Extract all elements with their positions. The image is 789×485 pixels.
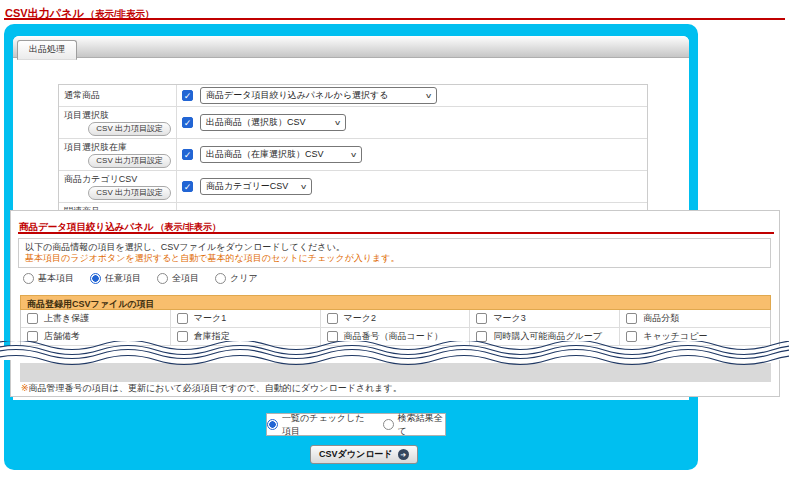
item-cell: マーク3: [470, 310, 620, 328]
item-checkbox[interactable]: [476, 313, 487, 324]
export-row-value-cell: ✓出品商品（在庫選択肢）CSV∨: [177, 139, 647, 170]
export-row-label-cell: 項目選択肢CSV 出力項目設定: [59, 107, 177, 138]
csv-output-settings-button[interactable]: CSV 出力項目設定: [88, 122, 171, 136]
export-row-select[interactable]: 出品商品（在庫選択肢）CSV∨: [200, 146, 362, 163]
item-filter-panel: 商品データ項目絞り込みパネル（表示/非表示） 以下の商品情報の項目を選択し、CS…: [10, 210, 780, 397]
item-checkbox[interactable]: [27, 331, 38, 342]
export-row: 項目選択肢CSV 出力項目設定✓出品商品（選択肢）CSV∨: [59, 107, 647, 139]
item-checkbox[interactable]: [327, 331, 338, 342]
csv-download-button[interactable]: CSVダウンロード ➔: [310, 445, 418, 464]
export-row-checkbox[interactable]: ✓: [182, 181, 193, 192]
export-row-checkbox[interactable]: ✓: [182, 149, 193, 160]
item-label: マーク1: [194, 312, 226, 325]
item-cell: 同時購入可能商品グループ: [470, 328, 620, 346]
csv-download-label: CSVダウンロード: [319, 448, 393, 461]
export-row-select[interactable]: 商品カテゴリーCSV∨: [200, 178, 312, 195]
filter-panel-toggle-link[interactable]: （表示/非表示）: [156, 222, 222, 232]
instruction-line2: 基本項目のラジオボタンを選択すると自動で基本的な項目のセットにチェックが入ります…: [25, 253, 764, 264]
preset-radio-label: 基本項目: [38, 272, 74, 285]
note-text: 商品管理番号の項目は、更新において必須項目ですので、自動的にダウンロードされます…: [29, 383, 402, 393]
export-row-checkbox[interactable]: ✓: [182, 90, 193, 101]
item-label: キャッチコピー: [643, 330, 707, 343]
page-title: CSV出力パネル: [5, 7, 83, 19]
export-row-label: 項目選択肢在庫: [64, 141, 171, 154]
export-row-select[interactable]: 商品データ項目絞り込みパネルから選択する∨: [200, 87, 437, 104]
scope-radio-label: 一覧のチェックした項目: [282, 412, 371, 438]
export-row: 商品カテゴリCSVCSV 出力項目設定✓商品カテゴリーCSV∨: [59, 171, 647, 203]
item-cell: マーク1: [171, 310, 321, 328]
item-label: マーク3: [493, 312, 525, 325]
item-checkbox[interactable]: [177, 313, 188, 324]
preset-radio-label: クリア: [230, 272, 258, 285]
preset-radio[interactable]: 基本項目: [23, 272, 74, 285]
page-header: CSV出力パネル（表示/非表示）: [0, 0, 789, 15]
instruction-box: 以下の商品情報の項目を選択し、CSVファイルをダウンロードしてください。 基本項…: [18, 238, 771, 268]
radio-icon: [215, 273, 226, 284]
item-cell: 商品分類: [620, 310, 770, 328]
chevron-down-icon: ∨: [350, 151, 358, 159]
export-row-label-cell: 通常商品: [59, 85, 177, 106]
preset-radio-group: 基本項目任意項目全項目クリア: [23, 272, 258, 285]
preset-radio[interactable]: 任意項目: [90, 272, 141, 285]
filter-panel-divider: [18, 232, 774, 234]
item-checkbox[interactable]: [327, 313, 338, 324]
truncated-content-bar: [20, 363, 771, 382]
item-checkbox[interactable]: [27, 313, 38, 324]
preset-radio[interactable]: 全項目: [157, 272, 199, 285]
csv-output-settings-button[interactable]: CSV 出力項目設定: [88, 186, 171, 200]
preset-radio[interactable]: クリア: [215, 272, 258, 285]
select-value: 出品商品（在庫選択肢）CSV: [206, 148, 324, 161]
scope-radio[interactable]: 一覧のチェックした項目: [267, 412, 371, 438]
export-row-label: 商品カテゴリCSV: [64, 173, 171, 186]
tab-bar: 出品処理: [13, 36, 689, 58]
preset-radio-label: 全項目: [172, 272, 199, 285]
tab-listing-process[interactable]: 出品処理: [17, 40, 77, 60]
export-row-checkbox[interactable]: ✓: [182, 117, 193, 128]
item-checkbox[interactable]: [626, 331, 637, 342]
radio-icon: [90, 273, 101, 284]
required-item-note: ※商品管理番号の項目は、更新において必須項目ですので、自動的にダウンロードされま…: [21, 382, 402, 395]
radio-icon: [383, 419, 394, 430]
item-checkbox[interactable]: [476, 331, 487, 342]
filter-panel-title: 商品データ項目絞り込みパネル: [19, 221, 154, 232]
items-table-header: 商品登録用CSVファイルの項目: [20, 295, 771, 310]
export-row-label: 項目選択肢: [64, 109, 109, 122]
export-row-label: 通常商品: [64, 89, 100, 102]
item-cell: マーク2: [321, 310, 471, 328]
item-label: 同時購入可能商品グループ: [493, 330, 602, 343]
export-row-select[interactable]: 出品商品（選択肢）CSV∨: [200, 114, 346, 131]
item-checkbox[interactable]: [177, 331, 188, 342]
item-cell: キャッチコピー: [620, 328, 770, 346]
radio-icon: [23, 273, 34, 284]
item-label: 上書き保護: [44, 312, 89, 325]
scope-radio[interactable]: 検索結果全て: [383, 412, 445, 438]
export-row-value-cell: ✓商品データ項目絞り込みパネルから選択する∨: [177, 85, 647, 106]
radio-icon: [267, 419, 278, 430]
item-cell: 倉庫指定: [171, 328, 321, 346]
item-checkbox[interactable]: [626, 313, 637, 324]
preset-radio-label: 任意項目: [105, 272, 141, 285]
item-cell: 商品番号（商品コード）: [321, 328, 471, 346]
radio-icon: [157, 273, 168, 284]
export-row-value-cell: ✓出品商品（選択肢）CSV∨: [177, 107, 647, 138]
csv-output-settings-button[interactable]: CSV 出力項目設定: [88, 154, 171, 168]
select-value: 出品商品（選択肢）CSV: [206, 116, 306, 129]
chevron-down-icon: ∨: [334, 119, 342, 127]
export-row-label-cell: 商品カテゴリCSVCSV 出力項目設定: [59, 171, 177, 202]
download-scope-group: 一覧のチェックした項目検索結果全て: [266, 413, 446, 436]
item-label: 商品番号（商品コード）: [344, 330, 443, 343]
scope-radio-label: 検索結果全て: [398, 412, 445, 438]
panel-toggle-link[interactable]: （表示/非表示）: [85, 8, 154, 19]
export-row-label-cell: 項目選択肢在庫CSV 出力項目設定: [59, 139, 177, 170]
items-table: 上書き保護マーク1マーク2マーク3商品分類店舗備考倉庫指定商品番号（商品コード）…: [20, 310, 771, 347]
item-cell: 店舗備考: [21, 328, 171, 346]
select-value: 商品データ項目絞り込みパネルから選択する: [206, 89, 388, 102]
arrow-circle-icon: ➔: [398, 449, 409, 460]
chevron-down-icon: ∨: [300, 183, 308, 191]
export-row-value-cell: ✓商品カテゴリーCSV∨: [177, 171, 647, 202]
note-asterisk: ※: [21, 383, 29, 393]
export-row: 項目選択肢在庫CSV 出力項目設定✓出品商品（在庫選択肢）CSV∨: [59, 139, 647, 171]
chevron-down-icon: ∨: [425, 92, 433, 100]
item-label: 倉庫指定: [194, 330, 230, 343]
item-label: 店舗備考: [44, 330, 80, 343]
